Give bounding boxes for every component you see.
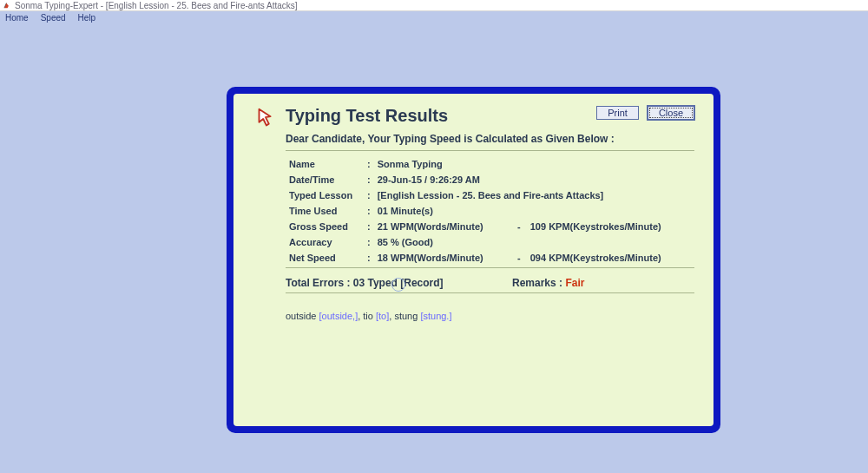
label-name: Name	[286, 156, 364, 172]
dash: -	[511, 219, 527, 234]
results-dialog: Print Close Typing Test Results Dear Can…	[227, 87, 720, 433]
err-expected: [stung.]	[420, 311, 451, 321]
label-gross: Gross Speed	[286, 219, 364, 234]
close-button[interactable]: Close	[648, 106, 694, 120]
dialog-subtitle: Dear Candidate, Your Typing Speed is Cal…	[286, 133, 694, 145]
err-typed: stung	[394, 311, 418, 321]
value-net-kpm: 094 KPM(Keystrokes/Minute)	[527, 250, 694, 266]
total-errors-label: Total Errors :	[286, 277, 350, 289]
label-net: Net Speed	[286, 250, 364, 266]
print-button[interactable]: Print	[596, 106, 639, 120]
row-timeused: Time Used : 01 Minute(s)	[286, 203, 694, 219]
menu-speed[interactable]: Speed	[41, 13, 66, 23]
window-title: Sonma Typing-Expert - [English Lession -…	[15, 1, 298, 10]
row-net: Net Speed : 18 WPM(Words/Minute) - 094 K…	[286, 250, 694, 266]
value-timeused: 01 Minute(s)	[374, 203, 694, 219]
value-gross-wpm: 21 WPM(Words/Minute)	[374, 219, 511, 234]
summary-row: Total Errors : 03 Typed [Record] Remarks…	[286, 273, 694, 291]
remarks-value: Fair	[565, 277, 584, 289]
app-icon	[3, 1, 11, 10]
row-lesson: Typed Lesson : [English Lession - 25. Be…	[286, 187, 694, 203]
window-titlebar: Sonma Typing-Expert - [English Lession -…	[0, 0, 868, 11]
value-net-wpm: 18 WPM(Words/Minute)	[374, 250, 511, 266]
value-lesson: [English Lession - 25. Bees and Fire-ant…	[374, 187, 694, 203]
label-datetime: Date/Time	[286, 172, 364, 187]
dash: -	[511, 250, 527, 266]
label-accuracy: Accuracy	[286, 234, 364, 250]
results-dialog-body: Print Close Typing Test Results Dear Can…	[233, 94, 713, 426]
dialog-buttons: Print Close	[596, 106, 694, 120]
separator	[286, 150, 694, 151]
row-name: Name : Sonma Typing	[286, 156, 694, 172]
menubar: Home Speed Help	[0, 11, 868, 23]
row-accuracy: Accuracy : 85 % (Good)	[286, 234, 694, 250]
value-name: Sonma Typing	[374, 156, 694, 172]
remarks-label: Remarks :	[512, 277, 562, 289]
menu-home[interactable]: Home	[5, 13, 29, 23]
details-table: Name : Sonma Typing Date/Time : 29-Jun-1…	[286, 156, 694, 266]
error-words: outside [outside,], tio [to], stung [stu…	[286, 299, 694, 321]
err-expected: [outside,]	[319, 311, 358, 321]
menu-help[interactable]: Help	[78, 13, 96, 23]
err-expected: [to]	[376, 311, 389, 321]
value-accuracy: 85 % (Good)	[374, 234, 694, 250]
label-timeused: Time Used	[286, 203, 364, 219]
separator	[286, 292, 694, 293]
total-errors-value: 03 Typed [Record]	[353, 277, 444, 289]
client-area: Print Close Typing Test Results Dear Can…	[0, 23, 868, 473]
pointer-icon	[253, 106, 279, 132]
err-typed: outside	[286, 311, 316, 321]
label-lesson: Typed Lesson	[286, 187, 364, 203]
err-typed: tio	[363, 311, 373, 321]
value-gross-kpm: 109 KPM(Keystrokes/Minute)	[527, 219, 694, 234]
row-datetime: Date/Time : 29-Jun-15 / 9:26:29 AM	[286, 172, 694, 187]
separator	[286, 267, 694, 268]
value-datetime: 29-Jun-15 / 9:26:29 AM	[374, 172, 694, 187]
row-gross: Gross Speed : 21 WPM(Words/Minute) - 109…	[286, 219, 694, 234]
